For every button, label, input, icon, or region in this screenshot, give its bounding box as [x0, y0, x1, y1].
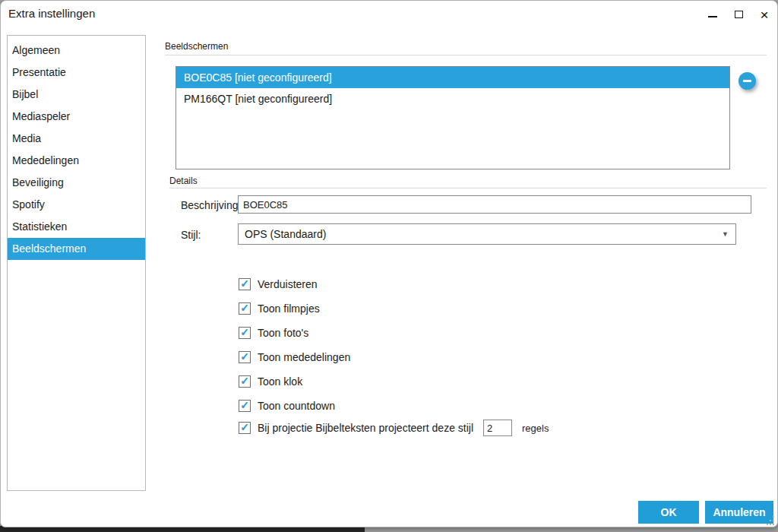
checkbox-label: Toon countdown: [258, 400, 335, 412]
checkbox-label: Toon foto's: [258, 327, 308, 339]
sidebar-item-statistieken[interactable]: Statistieken: [8, 216, 145, 238]
close-icon: ×: [760, 8, 768, 22]
toon-countdown-checkbox[interactable]: ✓: [239, 400, 251, 412]
checkbox-row-toon-fotos: ✓ Toon foto's: [239, 325, 308, 340]
toon-filmpjes-checkbox[interactable]: ✓: [239, 302, 251, 315]
resize-grip[interactable]: [765, 515, 775, 525]
screens-listbox[interactable]: BOE0C85 [niet geconfigureerd] PM166QT [n…: [176, 66, 730, 169]
details-group-divider: [169, 188, 767, 188]
minimize-button[interactable]: [700, 1, 726, 28]
sidebar-item-spotify[interactable]: Spotify: [8, 194, 145, 216]
checkbox-row-verduisteren: ✓ Verduisteren: [239, 277, 318, 292]
chevron-down-icon: ▼: [722, 230, 729, 238]
toon-mededelingen-checkbox[interactable]: ✓: [239, 351, 251, 363]
check-icon: ✓: [240, 375, 249, 386]
stijl-dropdown[interactable]: OPS (Standaard) ▼: [238, 223, 736, 245]
screen-list-item[interactable]: PM166QT [niet geconfigureerd]: [176, 88, 729, 109]
checkbox-label: Toon klok: [258, 375, 302, 388]
screen-list-item[interactable]: BOE0C85 [niet geconfigureerd]: [176, 67, 729, 88]
beschrijving-input[interactable]: [238, 195, 751, 214]
check-icon: ✓: [240, 278, 249, 289]
check-icon: ✓: [240, 400, 249, 410]
settings-nav-list: Algemeen Presentatie Bijbel Mediaspeler …: [7, 35, 146, 491]
regels-count-input[interactable]: [483, 420, 512, 436]
maximize-button[interactable]: [726, 1, 751, 28]
sidebar-item-mediaspeler[interactable]: Mediaspeler: [8, 106, 145, 128]
checkbox-row-toon-filmpjes: ✓ Toon filmpjes: [239, 301, 320, 316]
sidebar-item-mededelingen[interactable]: Mededelingen: [8, 150, 145, 172]
stijl-label: Stijl:: [181, 229, 201, 241]
checkbox-row-toon-mededelingen: ✓ Toon mededelingen: [239, 350, 350, 365]
sidebar-item-algemeen[interactable]: Algemeen: [8, 40, 145, 62]
details-group-label: Details: [169, 176, 198, 186]
toon-fotos-checkbox[interactable]: ✓: [239, 327, 251, 339]
minus-icon: [743, 80, 751, 82]
checkbox-label: Toon mededelingen: [258, 351, 350, 363]
checkbox-label: Toon filmpjes: [258, 302, 320, 315]
remove-screen-button[interactable]: [738, 72, 756, 90]
maximize-icon: [735, 11, 743, 18]
check-icon: ✓: [240, 327, 249, 337]
sidebar-item-presentatie[interactable]: Presentatie: [8, 62, 145, 84]
check-icon: ✓: [240, 351, 249, 362]
toon-klok-checkbox[interactable]: ✓: [239, 375, 251, 388]
regels-label-before: Bij projectie Bijbelteksten projecteert …: [258, 422, 473, 434]
bijbelteksten-stijl-checkbox[interactable]: ✓: [239, 422, 251, 434]
checkbox-row-toon-countdown: ✓ Toon countdown: [239, 398, 335, 413]
checkbox-row-toon-klok: ✓ Toon klok: [239, 374, 302, 389]
sidebar-item-beveiliging[interactable]: Beveiliging: [8, 172, 145, 194]
sidebar-item-beeldschermen[interactable]: Beeldschermen: [8, 238, 145, 260]
window-title: Extra instellingen: [8, 7, 95, 20]
cancel-button[interactable]: Annuleren: [705, 501, 773, 524]
close-button[interactable]: ×: [751, 1, 777, 28]
sidebar-item-media[interactable]: Media: [8, 128, 145, 150]
screens-group-divider: [165, 55, 767, 55]
check-icon: ✓: [240, 422, 249, 432]
regels-label-after: regels: [522, 423, 549, 434]
stijl-dropdown-value: OPS (Standaard): [245, 228, 326, 240]
checkbox-row-bijbelteksten-regels: ✓ Bij projectie Bijbelteksten projecteer…: [239, 420, 549, 435]
ok-button[interactable]: OK: [638, 501, 699, 524]
window-controls: ×: [700, 1, 777, 28]
sidebar-item-bijbel[interactable]: Bijbel: [8, 84, 145, 106]
checkbox-label: Verduisteren: [258, 278, 318, 290]
check-icon: ✓: [240, 302, 249, 313]
extra-instellingen-dialog: Extra instellingen × Algemeen Presentati…: [0, 0, 778, 527]
beschrijving-label: Beschrijving:: [181, 199, 241, 211]
screens-group-label: Beeldschermen: [165, 41, 228, 52]
verduisteren-checkbox[interactable]: ✓: [239, 278, 251, 290]
minimize-icon: [708, 16, 717, 17]
